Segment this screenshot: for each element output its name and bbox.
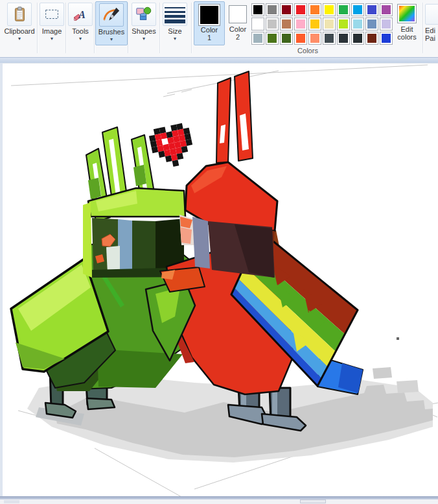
canvas-left-margin (0, 63, 3, 504)
heart-pixel (150, 141, 157, 148)
palette-swatch[interactable] (380, 18, 393, 30)
palette-swatch[interactable] (251, 3, 264, 16)
heart-pixel (149, 135, 156, 142)
size-button[interactable]: Size▾ (161, 1, 189, 44)
heart-pixel (176, 123, 183, 130)
palette-swatch[interactable] (337, 32, 350, 45)
palette-swatch[interactable] (308, 32, 321, 45)
palette-swatch[interactable] (365, 32, 378, 45)
chevron-down-icon: ▾ (161, 36, 189, 42)
heart-pixel (163, 144, 170, 151)
shapes-label: Shapes (130, 28, 158, 35)
palette-swatch[interactable] (323, 18, 336, 30)
group-separator (37, 3, 38, 53)
palette-swatch[interactable] (380, 32, 393, 45)
heart-pixel (171, 154, 178, 162)
clipboard-label: Clipboard (4, 28, 35, 35)
heart-pixel (181, 146, 189, 153)
edit-paint3d-button[interactable]: Edi Pai (425, 1, 438, 53)
palette-swatch[interactable] (251, 18, 264, 30)
heart-pixel (158, 150, 165, 158)
group-separator (422, 3, 424, 53)
chevron-down-icon: ▾ (39, 36, 65, 42)
drawing-canvas[interactable] (0, 63, 438, 496)
size-label: Size (161, 28, 189, 35)
brushes-label: Brushes (96, 29, 127, 36)
heart-pixel (167, 137, 174, 144)
edit-paint3d-label: Edi (425, 27, 438, 34)
edit-colors-button[interactable]: Edit colors (391, 1, 422, 53)
heart-pixel (185, 134, 192, 141)
palette-swatch[interactable] (294, 3, 307, 16)
heart-pixel (174, 141, 181, 149)
color2-label: Color (225, 25, 251, 33)
green-face-mid (132, 221, 156, 271)
palette-swatch[interactable] (266, 3, 279, 16)
color1-swatch (198, 4, 220, 26)
color2-swatch (229, 5, 247, 23)
brushes-button[interactable]: Brushes▾ (95, 1, 128, 45)
image-label: Image (39, 28, 65, 35)
palette-swatch[interactable] (280, 3, 293, 16)
color1-label: Color (194, 26, 224, 34)
image-button[interactable]: Image▾ (39, 1, 65, 44)
group-separator (94, 3, 95, 53)
palette-swatch[interactable] (280, 32, 293, 45)
palette-swatch[interactable] (351, 18, 364, 30)
edit-colors-label: Edit (391, 25, 422, 33)
shapes-icon (132, 3, 156, 26)
red-feather-1 (216, 78, 231, 163)
palette-swatch[interactable] (294, 32, 307, 45)
palette-swatch[interactable] (351, 32, 364, 45)
brush-icon (99, 3, 124, 27)
shadow-block-2 (397, 380, 419, 393)
edit-colors-icon (397, 4, 417, 23)
heart-pixel (159, 126, 167, 134)
heart-pixel (160, 132, 167, 139)
horizontal-scrollbar[interactable] (0, 499, 438, 504)
painting-svg[interactable] (0, 64, 438, 497)
heart-pixel (172, 130, 179, 137)
palette-swatch[interactable] (380, 3, 393, 16)
scrollbar-thumb[interactable] (300, 499, 326, 503)
palette-swatch[interactable] (337, 3, 350, 16)
clipboard-button[interactable]: Clipboard▾ (4, 1, 35, 44)
palette-swatch[interactable] (365, 18, 378, 30)
color2-button[interactable]: Color 2 (225, 1, 251, 44)
palette-swatch[interactable] (323, 32, 336, 45)
palette-swatch[interactable] (294, 18, 307, 30)
shapes-button[interactable]: Shapes▾ (130, 1, 158, 44)
sketch-line (163, 94, 175, 97)
palette-swatch[interactable] (351, 3, 364, 16)
heart-pixel (152, 147, 159, 154)
tools-icon: A (68, 3, 93, 26)
palette-swatch[interactable] (266, 32, 279, 45)
palette-swatch[interactable] (323, 3, 336, 16)
group-separator (65, 3, 67, 53)
heart-pixel (168, 143, 176, 150)
shadow-block-1 (373, 367, 392, 379)
heart-pixel (165, 155, 172, 162)
green-foot-right (87, 398, 115, 409)
ribbon-bottom-band (0, 57, 438, 63)
edit-paint3d-icon (425, 4, 438, 25)
color1-button[interactable]: Color 1 (194, 1, 225, 45)
heart-pixel (185, 139, 192, 146)
palette-swatch[interactable] (308, 18, 321, 30)
stray-dot (397, 337, 399, 340)
palette-swatch[interactable] (266, 18, 279, 30)
palette-swatch[interactable] (365, 3, 378, 16)
palette-swatch[interactable] (280, 18, 293, 30)
tools-button[interactable]: ATools▾ (67, 1, 93, 44)
heart-pixel (180, 140, 187, 147)
chevron-down-icon: ▾ (96, 37, 127, 42)
svg-text:A: A (78, 9, 86, 20)
size-icon (163, 3, 187, 26)
palette-swatch[interactable] (337, 18, 350, 30)
paint-window: Clipboard▾Image▾ATools▾Brushes▾Shapes▾Si… (0, 0, 438, 504)
palette-swatch[interactable] (308, 3, 321, 16)
heart-pixel (170, 149, 177, 156)
palette-swatch[interactable] (251, 32, 264, 45)
chevron-down-icon: ▾ (67, 36, 93, 42)
pixel-heart (148, 122, 196, 171)
